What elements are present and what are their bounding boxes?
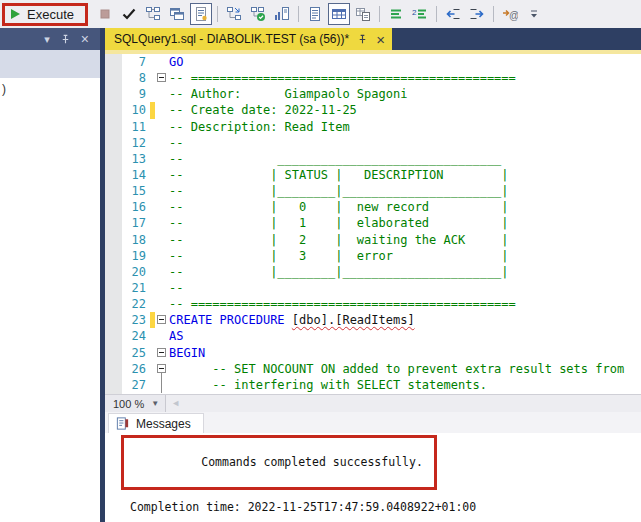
fold-margin bbox=[155, 215, 169, 231]
template-parameters-icon[interactable]: @ bbox=[499, 3, 521, 25]
line-number[interactable]: 20 bbox=[105, 265, 150, 279]
line-number[interactable]: 10 bbox=[105, 103, 150, 117]
toolbar-options-icon[interactable] bbox=[523, 3, 545, 25]
fold-margin bbox=[155, 102, 169, 118]
parse-icon[interactable] bbox=[118, 3, 140, 25]
collapse-region-icon[interactable] bbox=[157, 364, 166, 373]
results-to-file-icon[interactable] bbox=[352, 3, 374, 25]
fold-margin[interactable] bbox=[155, 312, 169, 328]
code-line[interactable]: 27 -- interfering with SELECT statements… bbox=[105, 377, 641, 393]
tab-messages[interactable]: Messages bbox=[108, 413, 204, 433]
line-number[interactable]: 13 bbox=[105, 152, 150, 166]
results-to-text-icon[interactable] bbox=[304, 3, 326, 25]
code-line[interactable]: 20-- |________|______________________| bbox=[105, 264, 641, 280]
code-line[interactable]: 16-- | 0 | new record | bbox=[105, 199, 641, 215]
toolbar-separator bbox=[379, 6, 380, 22]
results-to-grid-icon[interactable] bbox=[328, 3, 350, 25]
code-line[interactable]: 23CREATE PROCEDURE [dbo].[ReadItems] bbox=[105, 312, 641, 328]
fold-margin[interactable] bbox=[155, 361, 169, 377]
completion-time-text: Completion time: 2022-11-25T17:47:59.040… bbox=[130, 500, 641, 514]
intellisense-enabled-icon[interactable] bbox=[190, 3, 212, 25]
fold-margin[interactable] bbox=[155, 345, 169, 361]
line-number[interactable]: 8 bbox=[105, 71, 150, 85]
scroll-left-icon[interactable]: ◄ bbox=[171, 399, 180, 408]
line-number[interactable]: 15 bbox=[105, 184, 150, 198]
object-explorer-content[interactable]: ) bbox=[0, 78, 100, 522]
line-number[interactable]: 24 bbox=[105, 329, 150, 343]
code-line[interactable]: 24AS bbox=[105, 328, 641, 344]
actual-execution-plan-icon[interactable] bbox=[223, 3, 245, 25]
code-text: -- |________|______________________| bbox=[169, 265, 509, 279]
code-line[interactable]: 15-- |________|______________________| bbox=[105, 183, 641, 199]
code-line[interactable]: 17-- | 1 | elaborated | bbox=[105, 215, 641, 231]
document-area: SQLQuery1.sql - DIABOLIK.TEST (sa (56))*… bbox=[105, 28, 641, 522]
collapse-region-icon[interactable] bbox=[157, 73, 166, 82]
ssms-window: { "toolbar": { "execute_label": "Execute… bbox=[0, 0, 641, 522]
estimated-execution-plan-icon[interactable] bbox=[142, 3, 164, 25]
sql-code-editor[interactable]: 7GO8-- =================================… bbox=[105, 54, 641, 394]
code-line[interactable]: 21-- bbox=[105, 280, 641, 296]
commands-completed-text: Commands completed successfully. bbox=[201, 455, 423, 469]
close-icon[interactable]: × bbox=[376, 32, 385, 47]
fold-margin bbox=[155, 86, 169, 102]
uncomment-icon[interactable]: 2 bbox=[409, 3, 431, 25]
code-line[interactable]: 26 -- SET NOCOUNT ON added to prevent ex… bbox=[105, 361, 641, 377]
pin-icon[interactable] bbox=[60, 34, 71, 45]
line-number[interactable]: 9 bbox=[105, 87, 150, 101]
horizontal-scrollbar[interactable]: ◄ bbox=[166, 395, 641, 412]
execute-button[interactable]: Execute bbox=[11, 7, 74, 22]
code-line[interactable]: 25BEGIN bbox=[105, 345, 641, 361]
query-toolbar: Execute bbox=[0, 0, 641, 28]
line-number[interactable]: 11 bbox=[105, 120, 150, 134]
code-line[interactable]: 10-- Create date: 2022-11-25 bbox=[105, 102, 641, 118]
messages-tab-label: Messages bbox=[136, 417, 191, 431]
decrease-indent-icon[interactable] bbox=[442, 3, 464, 25]
document-tab[interactable]: SQLQuery1.sql - DIABOLIK.TEST (sa (56))*… bbox=[105, 28, 392, 50]
line-number[interactable]: 27 bbox=[105, 378, 150, 392]
code-line[interactable]: 12-- bbox=[105, 135, 641, 151]
line-number[interactable]: 14 bbox=[105, 168, 150, 182]
fold-margin bbox=[155, 151, 169, 167]
increase-indent-icon[interactable] bbox=[466, 3, 488, 25]
line-number[interactable]: 21 bbox=[105, 281, 150, 295]
line-number[interactable]: 26 bbox=[105, 362, 150, 376]
line-number[interactable]: 25 bbox=[105, 346, 150, 360]
client-statistics-icon[interactable] bbox=[271, 3, 293, 25]
fold-margin[interactable] bbox=[155, 70, 169, 86]
code-line[interactable]: 14-- | STATUS | DESCRIPTION | bbox=[105, 167, 641, 183]
close-icon[interactable]: × bbox=[81, 32, 89, 46]
code-line[interactable]: 18-- | 2 | waiting the ACK | bbox=[105, 232, 641, 248]
collapse-region-icon[interactable] bbox=[157, 348, 166, 357]
collapse-region-icon[interactable] bbox=[157, 315, 166, 324]
line-number[interactable]: 7 bbox=[105, 55, 150, 69]
zoom-control[interactable]: 100 % ▼ bbox=[105, 395, 166, 412]
code-text: -- | 1 | elaborated | bbox=[169, 216, 509, 230]
line-number[interactable]: 22 bbox=[105, 297, 150, 311]
code-line[interactable]: 22-- ===================================… bbox=[105, 296, 641, 312]
pin-icon[interactable] bbox=[357, 34, 368, 45]
comment-out-icon[interactable] bbox=[385, 3, 407, 25]
code-line[interactable]: 7GO bbox=[105, 54, 641, 70]
line-number[interactable]: 12 bbox=[105, 136, 150, 150]
chevron-down-icon[interactable]: ▼ bbox=[151, 399, 159, 408]
document-tab-title: SQLQuery1.sql - DIABOLIK.TEST (sa (56))* bbox=[114, 32, 349, 46]
panel-title-bar: ▾ × bbox=[0, 28, 100, 50]
code-line[interactable]: 13-- _______________________________ bbox=[105, 151, 641, 167]
line-number[interactable]: 16 bbox=[105, 200, 150, 214]
query-options-icon[interactable] bbox=[166, 3, 188, 25]
line-number[interactable]: 17 bbox=[105, 216, 150, 230]
line-number[interactable]: 18 bbox=[105, 233, 150, 247]
code-text: -- | 0 | new record | bbox=[169, 200, 509, 214]
line-number[interactable]: 19 bbox=[105, 249, 150, 263]
code-line[interactable]: 9-- Author: Giampaolo Spagoni bbox=[105, 86, 641, 102]
code-line[interactable]: 8-- ====================================… bbox=[105, 70, 641, 86]
fold-margin[interactable] bbox=[155, 377, 169, 393]
code-line[interactable]: 11-- Description: Read Item bbox=[105, 119, 641, 135]
execute-label: Execute bbox=[27, 7, 74, 22]
line-number[interactable]: 23 bbox=[105, 313, 150, 327]
code-text: -- _______________________________ bbox=[169, 152, 501, 166]
cancel-query-icon[interactable] bbox=[94, 3, 116, 25]
code-line[interactable]: 19-- | 3 | error | bbox=[105, 248, 641, 264]
window-position-menu-icon[interactable]: ▾ bbox=[44, 34, 50, 45]
live-query-statistics-icon[interactable] bbox=[247, 3, 269, 25]
